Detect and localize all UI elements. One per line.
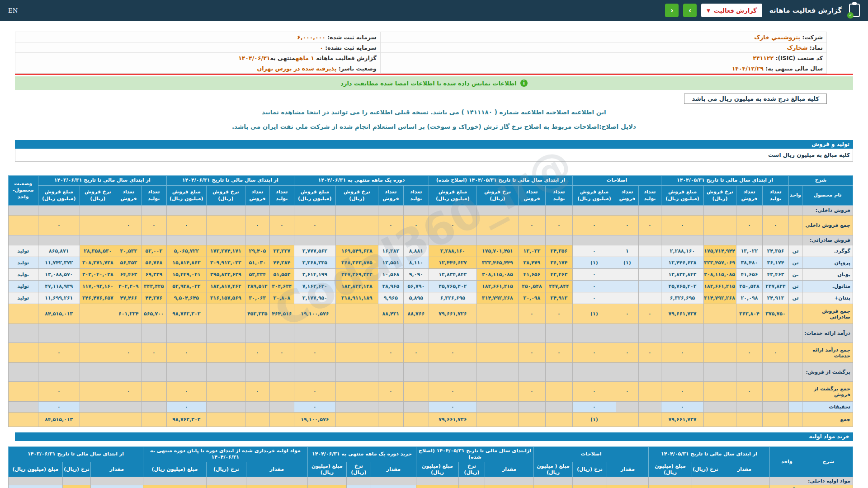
table-cell: ۰ (429, 343, 476, 363)
signed-info-banner: i اطلاعات نمایش داده شده با اطلاعات امضا… (15, 76, 853, 90)
table-cell: ۱۳,۰۲۳ (518, 245, 545, 257)
table-cell (141, 413, 166, 427)
info-value: ۱ ماهه (296, 55, 314, 61)
table-cell (429, 235, 476, 245)
table-cell (763, 324, 789, 343)
table-cell: ۱۳۰,۵۰۰ (346, 485, 371, 488)
table-cell (116, 206, 141, 216)
table-cell: ۲۸۳,۸۸۷,۲۶۸ (719, 485, 770, 488)
info-cell: سرمایه ثبت نشده: ۰ (15, 42, 381, 53)
table-cell: ۰ (572, 216, 616, 235)
table-cell (403, 324, 429, 343)
table-cell (206, 413, 245, 427)
table-cell: ۲۰,۰۹۸ (518, 292, 545, 304)
table-cell: ۳۸,۴۸۰ (736, 257, 763, 269)
table-cell: ۳۰۴,۶۳۴ (269, 281, 294, 292)
table-cell (704, 363, 736, 382)
column-header: نرخ فروش (ریال) (476, 186, 518, 206)
column-header: شرح (789, 176, 853, 186)
column-header: ازابتدای سال مالی تا تاریخ ۱۴۰۴/۰۵/۳۱ (ا… (416, 447, 533, 462)
table-cell (736, 402, 763, 413)
table-cell (789, 363, 802, 382)
column-header: مبلغ فروش (میلیون ریال) (572, 186, 616, 206)
report-type-dropdown[interactable]: گزارش فعالیت ▼ (701, 4, 762, 17)
table-cell (166, 206, 206, 216)
table-cell: ۹۸,۷۶۲,۳۰۲ (166, 413, 206, 427)
table-cell: ۱,۳۹۲,۴۸۴ (533, 485, 572, 488)
table-cell: ۰ (736, 382, 763, 402)
table-cell (638, 413, 661, 427)
table-cell: ۴۵۲,۲۳۵ (245, 304, 269, 324)
report-clipboard-icon: ✓ (849, 4, 860, 17)
table-cell: ۳۱۴,۷۹۲,۲۶۸ (476, 292, 518, 304)
table-cell (8, 206, 38, 216)
table-cell: ۵,۰۶۵,۷۲۲ (166, 245, 206, 257)
table-cell (607, 477, 649, 485)
table-cell: تن (789, 281, 802, 292)
previous-version-link[interactable]: اینجا (307, 108, 321, 116)
table-cell: ۸۸,۷۶۶ (403, 304, 429, 324)
column-header: تعداد تولید (545, 186, 572, 206)
table-cell: ۰ (245, 216, 269, 235)
table-cell (80, 324, 116, 343)
table-cell (206, 304, 245, 324)
table-cell (518, 413, 545, 427)
table-cell: ۳۲۳,۴۶۵,۴۴۹ (476, 257, 518, 269)
table-cell (143, 477, 206, 485)
table-cell: ۳۱۶,۱۵۷,۵۶۹ (206, 292, 245, 304)
info-value: ۱۴۰۴/۱۲/۲۹ (732, 65, 764, 72)
info-row: سال مالی منتهی به: ۱۴۰۴/۱۲/۲۹وضعیت ناشر:… (15, 63, 827, 74)
table-cell: ۲,۲۸۸,۱۶۰ (661, 245, 703, 257)
column-header: نرخ (ریال) (573, 462, 607, 477)
table-cell (638, 235, 661, 245)
table-cell (789, 324, 802, 343)
info-row: نماد: شخارکسرمایه ثبت نشده: ۰ (15, 42, 827, 53)
amendment-notice-text: این اطلاعیه اصلاحیه اطلاعیه شماره ( ۱۴۱۱… (321, 108, 606, 116)
table-cell (80, 363, 116, 382)
table-cell: ۲۵۰,۵۴۸ (736, 281, 763, 292)
table-cell (638, 292, 661, 304)
table-cell: ۴۷,۱۱۸,۹۳۹ (38, 281, 80, 292)
table-cell: ۰ (38, 382, 80, 402)
table-cell: ۵۶۵,۷۰۰ (141, 304, 166, 324)
table-cell: ۳۸,۴۷۹ (518, 257, 545, 269)
info-cell: نماد: شخارک (380, 42, 826, 53)
column-header: مبلغ (میلیون ریال) (8, 462, 62, 477)
amounts-note-box: کلیه مبالغ درج شده به میلیون ریال می باش… (684, 94, 827, 104)
table-cell: ۰ (518, 304, 545, 324)
table-cell: ۲۸۹,۵۱۳ (245, 281, 269, 292)
table-cell (704, 382, 736, 402)
report-type-dropdown-label: گزارش فعالیت (714, 7, 757, 14)
table-cell (704, 324, 736, 343)
next-report-button[interactable]: › (683, 4, 697, 17)
table-cell (166, 235, 206, 245)
table-cell (649, 477, 692, 485)
column-header: نرخ (ریال) (62, 462, 90, 477)
table-cell (789, 413, 802, 427)
table-cell: ۶,۳۲۶,۶۹۵ (661, 292, 703, 304)
table-cell: ۰ (763, 216, 789, 235)
table-cell: ۱۲,۸۳۴,۸۴۲ (661, 269, 703, 281)
language-switch-en[interactable]: EN (8, 7, 18, 14)
table-cell: بوتان (802, 269, 853, 281)
table-cell (638, 402, 661, 413)
table-cell (8, 235, 38, 245)
table-cell: ۰ (429, 382, 476, 402)
table-cell: ۰ (116, 343, 141, 363)
table-cell: ۴۴,۲۸۴ (269, 257, 294, 269)
table-cell: (۱) (572, 257, 616, 269)
table-cell (80, 382, 116, 402)
column-header: مبلغ فروش (میلیون ریال) (38, 186, 80, 206)
raw-materials-bar: خرید مواد اولیه (15, 432, 853, 441)
table-cell: تن (789, 292, 802, 304)
table-cell (638, 363, 661, 382)
table-cell: ۱۲,۴۴۶,۶۲۸ (661, 257, 703, 269)
table-cell (545, 206, 572, 216)
table-cell: ۱۱,۶۹۹,۲۶۱ (38, 292, 80, 304)
table-cell (476, 382, 518, 402)
table-cell: ۶۵,۲۲۲,۰۰۱ (371, 485, 416, 488)
prev-report-button[interactable]: ‹ (665, 4, 679, 17)
table-cell: ۹۸,۷۶۲,۳۰۲ (166, 304, 206, 324)
table-cell (736, 363, 763, 382)
table-cell: ۶۹,۲۲۹ (141, 269, 166, 281)
